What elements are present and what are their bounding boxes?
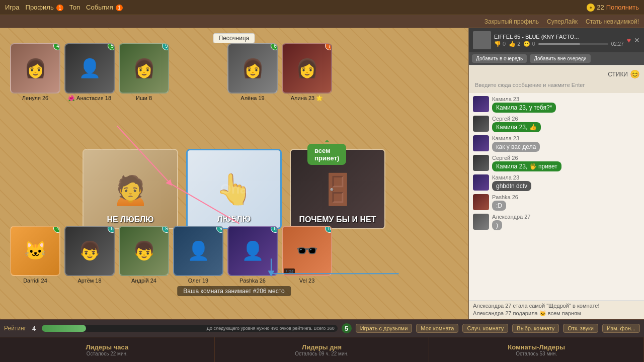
leaders-rooms[interactable]: Комнаты-Лидеры Осталось 53 мин. [429, 337, 644, 362]
bot-avatar-4: 👤 8 [227, 226, 278, 276]
leaders-rooms-subtitle: Осталось 53 мин. [516, 351, 557, 356]
nav-item-events[interactable]: События 1 [86, 4, 123, 11]
nav-item-profile[interactable]: Профиль 1 [26, 4, 63, 11]
bottom-players-row: 🐱 4 Darridi 24 👦 8 Артём 18 👦 9 Андрій 2… [5, 226, 337, 284]
chat-bubble-1: Камила 23, 👍 [492, 122, 541, 132]
player-avatar-3: 👩 6 [227, 43, 278, 94]
chat-input[interactable]: Введите сюда сообщение и нажмите Enter [473, 80, 640, 90]
nav-item-top[interactable]: Топ [69, 4, 80, 11]
xp-bar: До следующего уровня нужно 490 очков рей… [42, 325, 337, 332]
music-progress-fill [538, 43, 580, 45]
chat-bubble-2: как у вас дела [492, 142, 540, 152]
bot-player-0[interactable]: 🐱 4 Darridi 24 [10, 226, 60, 284]
level-badge: 5 [342, 323, 352, 333]
sub-navbar: Закрытый профиль СуперЛайк Стать невидим… [0, 15, 644, 28]
music-actions: Добавить в очередь Добавить вне очереди [469, 52, 644, 65]
bot-player-4[interactable]: 👤 8 Pashka 26 [227, 226, 278, 284]
chat-bubble-0: Камила 23, у тебя?* [492, 103, 556, 113]
bot-player-2[interactable]: 👦 9 Андрій 24 [119, 226, 169, 284]
subnav-superlove[interactable]: СуперЛайк [547, 18, 578, 25]
chat-avatar-5 [473, 194, 489, 210]
change-bg-button[interactable]: Изм. фон... [602, 324, 640, 333]
like-icon[interactable]: 👍 2 [509, 41, 520, 47]
toggle-sound-button[interactable]: Отк. звуки [563, 324, 598, 333]
heart-icon[interactable]: ♥ [627, 36, 631, 44]
play-friends-button[interactable]: Играть с друзьями [356, 324, 413, 333]
nav-item-game[interactable]: Игра [5, 4, 20, 11]
player-avatar-4: 👩 7 [282, 43, 332, 94]
neutral-icon[interactable]: 😐 0 [523, 41, 535, 47]
leaders-hour-title: Лидеры часа [86, 343, 129, 351]
bot-player-3[interactable]: 👤 9 Олег 19 [173, 226, 223, 284]
chat-bubble-4: ghbdtn dctv [492, 181, 531, 191]
player-avatar-2: 👩 9 [119, 43, 169, 94]
rating-value: 4 [32, 325, 36, 332]
topup-link[interactable]: Пополнить [606, 4, 639, 11]
player-card-0[interactable]: 👩 4 Ленуля 26 [10, 43, 60, 102]
random-room-button[interactable]: Случ. комнату [462, 324, 508, 333]
notification-2: Александра 27 подарила 🐱 всем парням [473, 310, 640, 317]
chat-message-4: Камила 23 ghbdtn dctv [473, 174, 640, 191]
bot-player-1[interactable]: 👦 8 Артём 18 [64, 226, 115, 284]
xp-text: До следующего уровня нужно 490 очков рей… [207, 326, 335, 331]
chat-message-2: Камила 23 как у вас дела [473, 135, 640, 152]
top-navbar: Игра Профиль 1 Топ События 1 ● 22 Пополн… [0, 0, 644, 15]
leaders-rooms-title: Комнаты-Лидеры [508, 343, 565, 351]
my-room-button[interactable]: Моя комната [416, 324, 458, 333]
bot-avatar-1: 👦 8 [64, 226, 115, 276]
chat-message-0: Камила 23 Камила 23, у тебя?* [473, 96, 640, 113]
music-info: EIFFEL 65 - BLUE (KNY FACTO... 👎 0 👍 2 😐… [494, 34, 624, 47]
bottom-bar: Рейтинг 4 До следующего уровня нужно 490… [0, 319, 644, 337]
vote-card-1[interactable]: 👆 ЛЮБЛЮ Ona [186, 149, 282, 229]
chat-message-1: Сергей 26 Камила 23, 👍 [473, 116, 640, 132]
leaders-hour[interactable]: Лидеры часа Осталось 22 мин. [0, 337, 215, 362]
chat-avatar-0 [473, 96, 489, 112]
music-title: EIFFEL 65 - BLUE (KNY FACTO... [494, 34, 624, 40]
chat-message-3: Сергей 26 Камила 23, 🖐 привет [473, 155, 640, 171]
bot-avatar-0: 🐱 4 [10, 226, 60, 276]
player-avatar-1: 👤 5 [64, 43, 115, 94]
add-out-queue-button[interactable]: Добавить вне очереди [530, 54, 591, 63]
leaders-hour-subtitle: Осталось 22 мин. [87, 351, 128, 356]
chat-message-6: Александра 27 ) [473, 214, 640, 230]
vote-card-0[interactable]: 🙍 НЕ ЛЮБЛЮ [83, 149, 178, 229]
bot-player-5[interactable]: 🕶️ 8 ♪ DJ Vel 23 [282, 226, 332, 284]
dj-badge: ♪ DJ [284, 268, 295, 274]
subnav-closed-profile[interactable]: Закрытый профиль [485, 18, 539, 25]
xp-bar-fill [42, 325, 86, 332]
coins-display: ● 22 Пополнить [587, 4, 639, 12]
add-queue-button[interactable]: Добавить в очередь [472, 54, 527, 63]
subnav-invisible[interactable]: Стать невидимкой! [586, 18, 639, 25]
chat-bubble-6: ) [492, 220, 502, 230]
chat-messages: Камила 23 Камила 23, у тебя?* Сергей 26 … [469, 93, 644, 300]
stickers-bar: СТИКИ 😊 [473, 68, 640, 80]
sandbox-label: Песочница [213, 33, 255, 43]
music-progress-bar[interactable] [538, 43, 608, 45]
chat-avatar-1 [473, 116, 489, 132]
player-card-2[interactable]: 👩 9 Иши 8 всем привет) [119, 43, 169, 102]
room-info-bar: Ваша комната занимает #206 место [177, 286, 291, 296]
chat-input-area: СТИКИ 😊 Введите сюда сообщение и нажмите… [469, 65, 644, 93]
music-thumbnail [473, 31, 491, 49]
main-area: Песочница 👩 4 Ленуля 26 👤 5 🌺 Анастасия … [0, 28, 644, 319]
music-close-icon[interactable]: ✕ [634, 36, 640, 44]
music-time: 02:27 [611, 41, 624, 47]
top-players-row: 👩 4 Ленуля 26 👤 5 🌺 Анастасия 18 👩 9 Иши… [5, 43, 337, 102]
player-card-3[interactable]: 👩 6 Алёна 19 [227, 43, 278, 102]
speech-bubble: всем привет) [307, 144, 346, 165]
player-card-4[interactable]: 👩 7 Алина 23 🌟 [282, 43, 332, 102]
player-spacer [173, 43, 223, 102]
bot-avatar-2: 👦 9 [119, 226, 169, 276]
player-card-1[interactable]: 👤 5 🌺 Анастасия 18 [64, 43, 115, 102]
leaders-day[interactable]: Лидеры дня Осталось 09 ч. 22 мин. [215, 337, 430, 362]
chat-message-5: Pashka 26 :D [473, 194, 640, 211]
choose-room-button[interactable]: Выбр. комнату [512, 324, 559, 333]
notification-1: Александра 27 стала самой "Щедрой" в ком… [473, 303, 640, 309]
player-avatar-0: 👩 4 [10, 43, 60, 94]
chat-avatar-2 [473, 135, 489, 151]
bot-avatar-5: 🕶️ 8 ♪ DJ [282, 226, 332, 276]
dislike-icon[interactable]: 👎 0 [494, 41, 506, 47]
emoji-icon[interactable]: 😊 [630, 69, 640, 79]
bot-avatar-3: 👤 9 [173, 226, 223, 276]
rating-label: Рейтинг [4, 325, 26, 332]
